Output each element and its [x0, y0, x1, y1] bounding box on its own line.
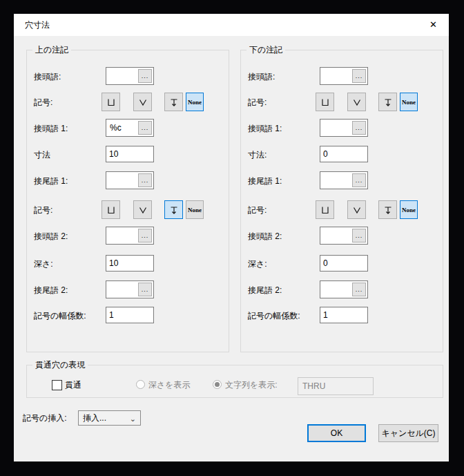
none-symbol-button[interactable]: None: [400, 200, 418, 219]
countersink-icon: [137, 204, 148, 216]
counterbore-symbol-button[interactable]: [316, 200, 334, 219]
ellipsis-button[interactable]: ...: [138, 121, 152, 135]
close-button[interactable]: ✕: [418, 14, 449, 35]
prefix1-combo[interactable]: ...: [320, 119, 368, 137]
depth-symbol-button[interactable]: [164, 200, 183, 219]
prefix1-label: 接頭語 1:: [34, 122, 68, 134]
width-factor-input[interactable]: [320, 307, 368, 323]
symbol-buttons: None: [241, 93, 443, 111]
suffix1-input[interactable]: [106, 172, 140, 189]
insert-symbol-dropdown[interactable]: 挿入... ⌄: [78, 410, 141, 426]
prefix1-input[interactable]: [320, 120, 354, 136]
suffix1-label: 接尾語 1:: [34, 175, 68, 187]
none-symbol-button[interactable]: None: [186, 200, 204, 219]
hole-dimension-dialog: 穴寸法 ✕ 上の注記 接頭語: ... 記号:: [14, 14, 449, 461]
suffix1-row: 接尾語 1: ...: [241, 171, 443, 190]
countersink-icon: [351, 97, 362, 108]
depth-row: 深さ:: [241, 254, 443, 273]
close-icon: ✕: [429, 19, 437, 30]
ellipsis-button[interactable]: ...: [352, 69, 366, 83]
dialog-title: 穴寸法: [25, 14, 50, 36]
counterbore-symbol-button[interactable]: [102, 200, 120, 219]
suffix1-input[interactable]: [320, 172, 354, 189]
prefix-combo[interactable]: ...: [106, 67, 154, 85]
countersink-symbol-button[interactable]: [347, 200, 366, 219]
prefix2-input[interactable]: [106, 227, 140, 244]
counterbore-symbol-button[interactable]: [102, 93, 120, 111]
suffix2-combo[interactable]: ...: [320, 280, 368, 298]
prefix2-combo[interactable]: ...: [106, 227, 154, 245]
insert-symbol-label: 記号の挿入:: [23, 410, 67, 426]
prefix-combo[interactable]: ...: [320, 67, 368, 85]
depth-symbol-button[interactable]: [378, 93, 397, 111]
show-text-radio-label: 文字列を表示:: [225, 380, 278, 390]
suffix1-combo[interactable]: ...: [320, 171, 368, 189]
through-checkbox-label: 貫通: [65, 380, 81, 390]
cancel-button[interactable]: キャンセル(C): [378, 424, 438, 442]
ellipsis-button[interactable]: ...: [352, 173, 366, 187]
depth-icon: [168, 204, 180, 216]
none-symbol-button[interactable]: None: [400, 93, 418, 111]
ellipsis-button[interactable]: ...: [138, 69, 152, 83]
ellipsis-button[interactable]: ...: [352, 283, 366, 296]
show-depth-radio[interactable]: [136, 380, 145, 389]
countersink-icon: [137, 97, 148, 108]
symbol-buttons: None: [27, 200, 229, 219]
depth-row: 深さ:: [27, 254, 229, 273]
depth-symbol-button[interactable]: [164, 93, 183, 111]
suffix1-label: 接尾語 1:: [248, 175, 282, 187]
prefix-input[interactable]: [320, 68, 354, 84]
show-depth-radio-label: 深さを表示: [148, 380, 191, 390]
countersink-symbol-button[interactable]: [347, 93, 366, 111]
prefix2-input[interactable]: [320, 227, 354, 244]
suffix2-label: 接尾語 2:: [34, 284, 68, 296]
prefix-input[interactable]: [106, 68, 140, 84]
suffix2-input[interactable]: [106, 281, 140, 298]
prefix2-label: 接頭語 2:: [248, 230, 282, 242]
ok-button[interactable]: OK: [307, 424, 366, 442]
depth-icon: [383, 97, 394, 108]
dimension-label: 寸法:: [248, 149, 267, 160]
upper-note-group: 上の注記 接頭語: ... 記号: None: [26, 50, 229, 352]
prefix2-row: 接頭語 2: ...: [27, 227, 229, 245]
ellipsis-button[interactable]: ...: [352, 121, 366, 135]
width-factor-input[interactable]: [106, 307, 154, 323]
suffix2-combo[interactable]: ...: [106, 280, 154, 298]
width-factor-row: 記号の幅係数:: [27, 306, 229, 325]
through-hole-group: 貫通穴の表現 貫通 深さを表示 文字列を表示:: [26, 365, 443, 398]
ellipsis-button[interactable]: ...: [352, 229, 366, 242]
counterbore-symbol-button[interactable]: [316, 93, 334, 111]
suffix2-row: 接尾語 2: ...: [27, 280, 229, 299]
prefix2-combo[interactable]: ...: [320, 227, 368, 245]
title-bar[interactable]: 穴寸法 ✕: [14, 14, 449, 36]
prefix2-label: 接頭語 2:: [34, 230, 68, 242]
ellipsis-button[interactable]: ...: [138, 229, 152, 242]
suffix2-label: 接尾語 2:: [248, 284, 282, 296]
depth-input[interactable]: [106, 255, 154, 272]
prefix1-row: 接頭語 1: ...: [241, 119, 443, 137]
depth-symbol-button[interactable]: [378, 200, 397, 219]
dimension-row: 寸法: [27, 145, 229, 164]
dimension-input[interactable]: [106, 146, 154, 162]
depth-icon: [168, 97, 180, 108]
countersink-symbol-button[interactable]: [133, 93, 152, 111]
through-text-input[interactable]: [298, 377, 374, 395]
countersink-icon: [351, 204, 362, 216]
ellipsis-button[interactable]: ...: [138, 173, 152, 187]
countersink-symbol-button[interactable]: [133, 200, 152, 219]
ellipsis-button[interactable]: ...: [138, 283, 152, 296]
symbol-row-2: 記号: None: [27, 200, 229, 219]
none-symbol-button[interactable]: None: [186, 93, 204, 111]
symbol-row-1: 記号: None: [241, 93, 443, 111]
desktop-background: { "window": { "title": "穴寸法" }, "icons":…: [0, 0, 464, 476]
depth-input[interactable]: [320, 255, 368, 272]
prefix-label: 接頭語:: [34, 70, 61, 82]
show-text-radio[interactable]: [213, 380, 222, 389]
dimension-input[interactable]: [320, 146, 368, 162]
prefix1-combo[interactable]: ...: [106, 119, 154, 137]
dimension-row: 寸法:: [241, 145, 443, 164]
through-checkbox[interactable]: [52, 380, 62, 390]
suffix2-input[interactable]: [320, 281, 354, 298]
suffix1-combo[interactable]: ...: [106, 171, 154, 189]
prefix1-input[interactable]: [106, 120, 140, 136]
